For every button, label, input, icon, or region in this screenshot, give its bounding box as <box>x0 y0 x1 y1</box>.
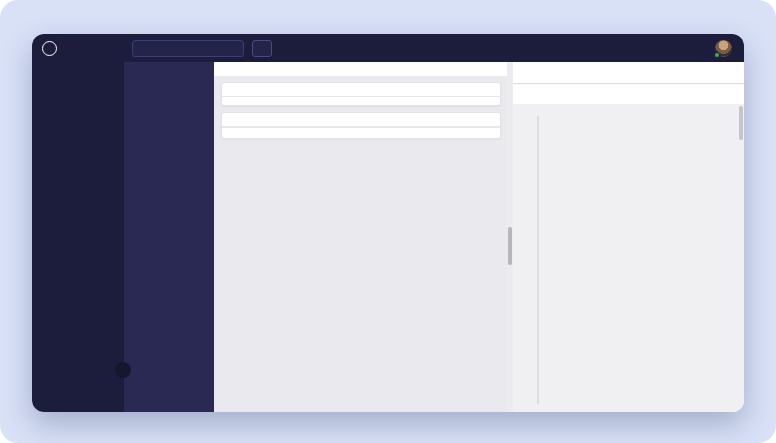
leads-footer <box>222 127 500 138</box>
primary-sidebar <box>32 62 124 412</box>
user-avatar[interactable] <box>715 40 732 57</box>
sales-metrics-card <box>221 82 501 106</box>
presence-dot <box>714 52 720 58</box>
timeline-list <box>513 104 744 412</box>
brand-logo-icon <box>42 41 57 56</box>
secondary-sidebar <box>124 62 214 412</box>
quick-add-button[interactable] <box>252 40 272 57</box>
team-leads-header <box>222 113 500 127</box>
sidebar-collapse-button[interactable] <box>115 362 131 378</box>
timeline-scrollbar-thumb[interactable] <box>739 106 743 140</box>
panel-tabs <box>513 62 744 84</box>
search-input[interactable] <box>132 40 244 57</box>
team-leads-card <box>221 112 501 139</box>
desktop-background <box>0 0 776 443</box>
activity-panel <box>513 62 744 412</box>
brand <box>32 41 124 56</box>
app-body <box>32 62 744 412</box>
metrics-list <box>222 97 500 105</box>
main-scrollbar-thumb[interactable] <box>508 227 512 265</box>
main-content <box>214 62 513 412</box>
timeline-filters <box>513 84 744 104</box>
app-window <box>32 34 744 412</box>
sales-metrics-header <box>222 83 500 97</box>
dashboard-cards <box>214 76 513 412</box>
dashboard-header <box>214 62 513 76</box>
top-bar <box>32 34 744 62</box>
timeline-connector <box>537 116 539 404</box>
topbar-actions <box>685 40 744 57</box>
